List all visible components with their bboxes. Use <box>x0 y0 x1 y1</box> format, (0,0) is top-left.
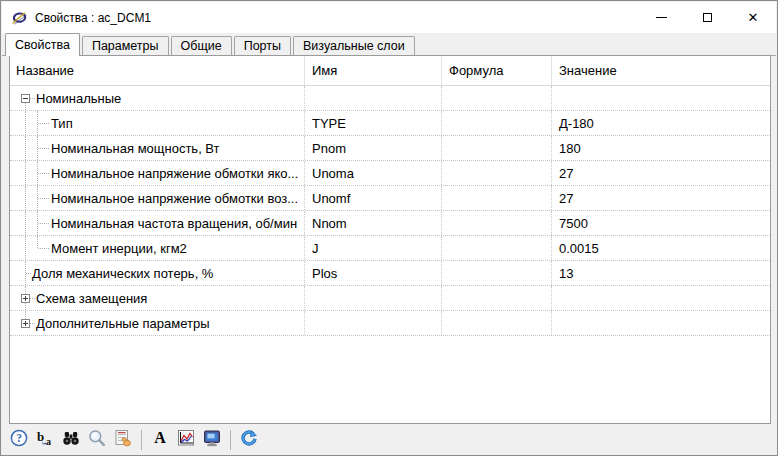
svg-text:A: A <box>154 429 166 446</box>
grid-header: НазваниеИмяФормулаЗначение <box>10 56 770 86</box>
column-header[interactable]: Название <box>10 56 304 85</box>
grid-rows: Номинальные Тип TYPE Д-180 Номинальная м… <box>10 86 770 336</box>
close-icon: ✕ <box>748 11 759 24</box>
cell-code: Pnom <box>304 136 441 160</box>
cell-value: 13 <box>551 261 770 285</box>
cell-value <box>551 311 770 335</box>
cell-formula <box>441 211 551 235</box>
column-header[interactable]: Формула <box>441 56 551 85</box>
svg-text:?: ? <box>16 432 22 444</box>
column-header[interactable]: Значение <box>551 56 770 85</box>
zoom-button[interactable] <box>86 429 108 451</box>
tab-5[interactable]: Визуальные слои <box>293 36 415 55</box>
cell-code: Nnom <box>304 211 441 235</box>
svg-text:a: a <box>46 436 51 447</box>
maximize-icon <box>703 13 712 22</box>
refresh-button[interactable] <box>238 429 260 451</box>
row-label: Номинальное напряжение обмотки яко... <box>51 166 298 181</box>
table-row[interactable]: Номинальная частота вращения, об/мин Nno… <box>10 211 770 236</box>
row-label: Доля механических потерь, % <box>32 266 213 281</box>
maximize-button[interactable] <box>684 2 730 33</box>
tab-3[interactable]: Общие <box>171 36 232 55</box>
cell-name: Номинальные <box>10 86 304 110</box>
tree-connector-line <box>30 98 35 99</box>
cell-name: Момент инерции, кгм2 <box>10 236 304 260</box>
font-button[interactable]: A <box>149 429 171 451</box>
help-button[interactable]: ? <box>8 429 30 451</box>
simintech-logo-icon <box>10 9 28 27</box>
row-label: Тип <box>51 116 73 131</box>
table-row[interactable]: Дополнительные параметры <box>10 311 770 336</box>
pick-parameters-icon <box>113 428 133 451</box>
cell-formula <box>441 286 551 310</box>
tab-2[interactable]: Параметры <box>82 36 169 55</box>
tree-connector-line <box>38 248 49 249</box>
tab-1[interactable]: Свойства <box>5 33 80 56</box>
expand-icon[interactable] <box>21 319 30 328</box>
pick-parameters-button[interactable] <box>112 429 134 451</box>
minimize-icon <box>656 17 667 18</box>
tree-connector-line <box>38 223 49 224</box>
tab-4[interactable]: Порты <box>234 36 291 55</box>
tree-guide-line <box>25 161 26 185</box>
cell-name: Номинальное напряжение обмотки воз... <box>10 186 304 210</box>
plot-button[interactable] <box>175 429 197 451</box>
tree-connector-line <box>38 148 49 149</box>
cell-code <box>304 286 441 310</box>
window-title: Свойства : ac_DCM1 <box>35 11 151 25</box>
zoom-icon <box>87 428 107 451</box>
properties-dialog: Свойства : ac_DCM1 ✕ СвойстваПараметрыОб… <box>0 0 778 456</box>
row-label: Момент инерции, кгм2 <box>51 241 187 256</box>
cell-code: Unoma <box>304 161 441 185</box>
collapse-icon[interactable] <box>21 94 30 103</box>
minimize-button[interactable] <box>638 2 684 33</box>
cell-code: J <box>304 236 441 260</box>
tree-guide-line <box>25 111 26 135</box>
cell-value: 27 <box>551 161 770 185</box>
table-row[interactable]: Номинальное напряжение обмотки воз... Un… <box>10 186 770 211</box>
cell-name: Доля механических потерь, % <box>10 261 304 285</box>
cell-code <box>304 86 441 110</box>
cell-name: Номинальное напряжение обмотки яко... <box>10 161 304 185</box>
cell-value: Д-180 <box>551 111 770 135</box>
tree-guide-line <box>25 211 26 235</box>
cell-formula <box>441 236 551 260</box>
row-label: Номинальная мощность, Вт <box>51 141 220 156</box>
cell-name: Схема замещения <box>10 286 304 310</box>
cell-name: Дополнительные параметры <box>10 311 304 335</box>
cell-formula <box>441 86 551 110</box>
toolbar-separator <box>230 430 231 450</box>
window-controls: ✕ <box>638 2 776 33</box>
cell-value: 0.0015 <box>551 236 770 260</box>
tree-connector-line <box>30 323 35 324</box>
refresh-icon <box>239 428 259 451</box>
cell-value <box>551 86 770 110</box>
table-row[interactable]: Номинальная мощность, Вт Pnom 180 <box>10 136 770 161</box>
table-row[interactable]: Номинальное напряжение обмотки яко... Un… <box>10 161 770 186</box>
titlebar: Свойства : ac_DCM1 ✕ <box>2 2 776 33</box>
table-row[interactable]: Схема замещения <box>10 286 770 311</box>
find-button[interactable] <box>60 429 82 451</box>
table-row[interactable]: Доля механических потерь, % Plos 13 <box>10 261 770 286</box>
cell-name: Номинальная мощность, Вт <box>10 136 304 160</box>
expand-icon[interactable] <box>21 294 30 303</box>
computer-button[interactable] <box>201 429 223 451</box>
row-label: Номинальные <box>36 91 121 106</box>
properties-grid: НазваниеИмяФормулаЗначение Номинальные Т… <box>9 55 771 424</box>
cell-name: Номинальная частота вращения, об/мин <box>10 211 304 235</box>
cell-code: Plos <box>304 261 441 285</box>
tree-guide-line <box>25 136 26 160</box>
column-header[interactable]: Имя <box>304 56 441 85</box>
row-label: Схема замещения <box>36 291 147 306</box>
table-row[interactable]: Момент инерции, кгм2 J 0.0015 <box>10 236 770 261</box>
close-button[interactable]: ✕ <box>730 2 776 33</box>
tree-guide-line <box>37 236 38 248</box>
cell-value: 7500 <box>551 211 770 235</box>
cell-value: 180 <box>551 136 770 160</box>
plot-icon <box>176 428 196 451</box>
table-row[interactable]: Тип TYPE Д-180 <box>10 111 770 136</box>
rename-icon: ba <box>35 428 55 451</box>
cell-name: Тип <box>10 111 304 135</box>
table-row[interactable]: Номинальные <box>10 86 770 111</box>
rename-button[interactable]: ba <box>34 429 56 451</box>
